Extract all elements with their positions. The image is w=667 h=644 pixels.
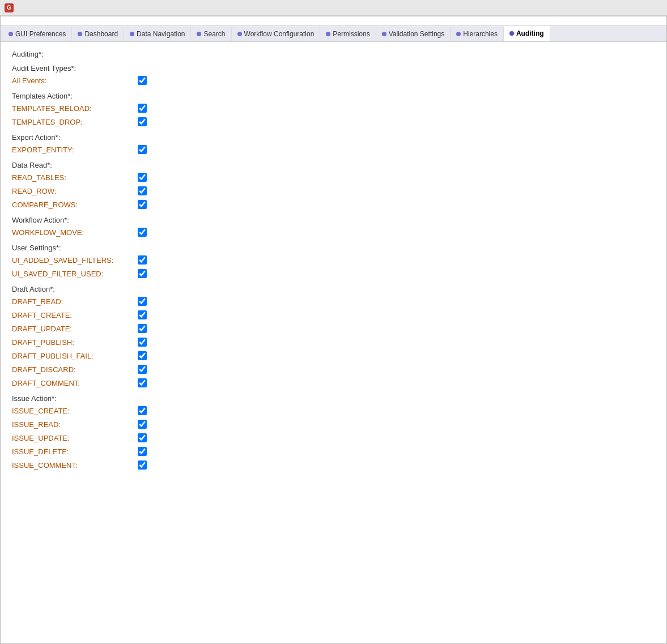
tab-search[interactable]: Search <box>191 27 231 41</box>
field-name-issue-read: ISSUE_READ: <box>12 420 137 429</box>
field-row-draft-discard: DRAFT_DISCARD: <box>12 364 655 375</box>
field-name-export-entity: EXPORT_ENTITY: <box>12 146 137 154</box>
field-row-compare-rows: COMPARE_ROWS: <box>12 199 655 210</box>
field-name-draft-create: DRAFT_CREATE: <box>12 311 137 319</box>
field-row-issue-update: ISSUE_UPDATE: <box>12 432 655 443</box>
checkbox-draft-create[interactable] <box>138 310 147 319</box>
section-label-templates-action: Templates Action*: <box>12 92 655 100</box>
tab-dot-workflow-configuration <box>237 32 242 36</box>
checkbox-draft-publish[interactable] <box>138 338 147 347</box>
section-label-export-action: Export Action*: <box>12 133 655 142</box>
checkbox-wrapper-ui-added-saved-filters <box>137 254 148 266</box>
field-row-read-row: READ_ROW: <box>12 185 655 197</box>
checkbox-wrapper-draft-update <box>137 323 148 334</box>
checkbox-wrapper-issue-delete <box>137 446 148 457</box>
field-name-ui-added-saved-filters: UI_ADDED_SAVED_FILTERS: <box>12 256 137 265</box>
checkbox-wrapper-read-tables <box>137 172 148 183</box>
checkbox-draft-discard[interactable] <box>138 365 147 374</box>
tab-dot-search <box>197 32 201 36</box>
field-name-draft-discard: DRAFT_DISCARD: <box>12 365 137 374</box>
field-row-export-entity: EXPORT_ENTITY: <box>12 144 655 155</box>
section-label-audit-event-types: Audit Event Types*: <box>12 64 655 72</box>
main-window: GUI PreferencesDashboardData NavigationS… <box>0 16 667 644</box>
checkbox-issue-comment[interactable] <box>138 460 147 470</box>
checkbox-issue-delete[interactable] <box>138 447 147 456</box>
tab-workflow-configuration[interactable]: Workflow Configuration <box>232 27 321 41</box>
field-name-issue-create: ISSUE_CREATE: <box>12 407 137 415</box>
section-label-issue-action: Issue Action*: <box>12 394 655 403</box>
tab-data-navigation[interactable]: Data Navigation <box>124 27 191 41</box>
checkbox-ui-saved-filter-used[interactable] <box>138 269 147 278</box>
section-label-auditing: Auditing*: <box>12 50 655 58</box>
field-name-issue-comment: ISSUE_COMMENT: <box>12 461 137 470</box>
field-name-all-events: All Events: <box>12 76 137 85</box>
field-name-issue-update: ISSUE_UPDATE: <box>12 434 137 442</box>
checkbox-issue-create[interactable] <box>138 406 147 415</box>
checkbox-wrapper-read-row <box>137 185 148 197</box>
field-row-ui-added-saved-filters: UI_ADDED_SAVED_FILTERS: <box>12 254 655 266</box>
field-name-ui-saved-filter-used: UI_SAVED_FILTER_USED: <box>12 270 137 278</box>
checkbox-compare-rows[interactable] <box>138 200 147 209</box>
checkbox-wrapper-issue-create <box>137 405 148 416</box>
checkbox-wrapper-workflow-move <box>137 227 148 238</box>
checkbox-all-events[interactable] <box>138 76 147 85</box>
checkbox-issue-read[interactable] <box>138 420 147 429</box>
checkbox-draft-comment[interactable] <box>138 378 147 387</box>
checkbox-read-tables[interactable] <box>138 173 147 182</box>
tab-bar: GUI PreferencesDashboardData NavigationS… <box>1 25 666 42</box>
checkbox-draft-update[interactable] <box>138 324 147 333</box>
checkbox-templates-reload[interactable] <box>138 104 147 113</box>
field-row-ui-saved-filter-used: UI_SAVED_FILTER_USED: <box>12 268 655 279</box>
checkbox-draft-read[interactable] <box>138 297 147 306</box>
checkbox-wrapper-templates-drop <box>137 116 148 127</box>
field-name-read-tables: READ_TABLES: <box>12 173 137 182</box>
tab-dot-auditing <box>509 31 514 36</box>
field-row-draft-read: DRAFT_READ: <box>12 296 655 307</box>
checkbox-workflow-move[interactable] <box>138 228 147 237</box>
field-row-issue-read: ISSUE_READ: <box>12 419 655 430</box>
checkbox-ui-added-saved-filters[interactable] <box>138 255 147 265</box>
tab-dashboard[interactable]: Dashboard <box>72 27 124 41</box>
tab-label-validation-settings: Validation Settings <box>389 30 445 38</box>
checkbox-wrapper-draft-read <box>137 296 148 307</box>
checkbox-export-entity[interactable] <box>138 145 147 154</box>
tab-dot-data-navigation <box>130 32 134 36</box>
checkbox-wrapper-export-entity <box>137 144 148 155</box>
tab-validation-settings[interactable]: Validation Settings <box>376 27 451 41</box>
tab-dot-validation-settings <box>382 32 386 36</box>
checkbox-draft-publish-fail[interactable] <box>138 351 147 360</box>
checkbox-wrapper-compare-rows <box>137 199 148 210</box>
field-name-draft-publish: DRAFT_PUBLISH: <box>12 338 137 347</box>
checkbox-wrapper-draft-publish-fail <box>137 350 148 361</box>
tab-gui-preferences[interactable]: GUI Preferences <box>3 27 72 41</box>
section-label-user-settings: User Settings*: <box>12 244 655 252</box>
field-name-draft-update: DRAFT_UPDATE: <box>12 325 137 333</box>
checkbox-wrapper-issue-comment <box>137 459 148 471</box>
title-bar: G <box>0 0 667 16</box>
tab-label-permissions: Permissions <box>333 30 369 38</box>
checkbox-issue-update[interactable] <box>138 433 147 442</box>
checkbox-wrapper-draft-create <box>137 309 148 321</box>
section-label-workflow-action: Workflow Action*: <box>12 216 655 224</box>
checkbox-wrapper-draft-discard <box>137 364 148 375</box>
field-name-draft-publish-fail: DRAFT_PUBLISH_FAIL: <box>12 352 137 360</box>
content-area: Auditing*:Audit Event Types*:All Events:… <box>1 42 666 481</box>
field-name-compare-rows: COMPARE_ROWS: <box>12 201 137 209</box>
tab-auditing[interactable]: Auditing <box>504 26 550 42</box>
field-row-all-events: All Events: <box>12 75 655 86</box>
field-name-templates-reload: TEMPLATES_RELOAD: <box>12 104 137 113</box>
tab-permissions[interactable]: Permissions <box>320 27 376 41</box>
tab-label-data-navigation: Data Navigation <box>137 30 185 38</box>
tab-dot-permissions <box>326 32 330 36</box>
field-row-draft-publish: DRAFT_PUBLISH: <box>12 336 655 348</box>
app-icon: G <box>5 3 14 12</box>
field-row-draft-comment: DRAFT_COMMENT: <box>12 377 655 389</box>
tab-label-search: Search <box>203 30 225 38</box>
tab-hierarchies[interactable]: Hierarchies <box>451 27 504 41</box>
checkbox-wrapper-draft-comment <box>137 377 148 389</box>
field-name-issue-delete: ISSUE_DELETE: <box>12 447 137 456</box>
section-label-data-read: Data Read*: <box>12 161 655 169</box>
checkbox-templates-drop[interactable] <box>138 117 147 126</box>
checkbox-read-row[interactable] <box>138 186 147 195</box>
field-row-draft-update: DRAFT_UPDATE: <box>12 323 655 334</box>
